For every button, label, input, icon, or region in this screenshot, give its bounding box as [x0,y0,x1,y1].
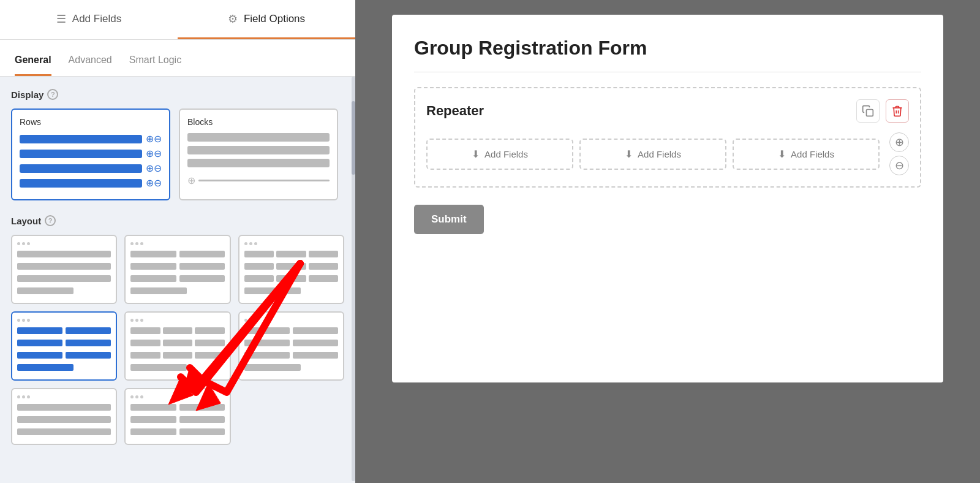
dot [17,242,20,245]
top-tabs: ☰ Add Fields ⚙ Field Options [0,0,355,40]
layout-help-icon[interactable]: ? [45,215,56,226]
rows-card-title: Rows [20,117,162,127]
submit-button[interactable]: Submit [414,205,484,234]
row-bar-fill-2 [20,150,142,158]
add-field-button-3[interactable]: ⬇ Add Fields [733,139,880,170]
row-controls: ⊕ ⊖ [889,132,909,175]
sub-tab-smart-logic[interactable]: Smart Logic [129,55,181,76]
sub-tabs: General Advanced Smart Logic [0,40,355,77]
copy-icon [862,105,874,117]
col [130,263,176,270]
layout-dots-5 [130,319,224,322]
col [293,327,338,334]
dot [249,242,252,245]
lc-row [17,251,111,257]
layout-card-8[interactable] [124,388,230,445]
block-row-1 [187,133,330,142]
col [130,327,160,334]
row-bar-fill-4 [20,179,142,188]
display-label: Display [11,89,43,100]
col-blue [66,352,111,359]
layout-card-4[interactable] [11,311,117,381]
lc-two-col [130,404,224,411]
form-title: Group Registration Form [414,37,921,59]
sub-tab-advanced[interactable]: Advanced [69,55,112,76]
col-blue [17,352,62,359]
lc-two-col [244,352,338,359]
col [163,340,192,346]
lc-row-short [17,287,74,294]
layout-dots-2 [130,242,224,245]
display-cards: Rows ⊕⊖ ⊕⊖ ⊕⊖ ⊕⊖ [11,108,344,200]
row-bar-fill-3 [20,164,142,173]
row-bar-actions-3: ⊕⊖ [146,162,162,174]
dot [140,319,143,322]
sub-tab-general[interactable]: General [15,55,51,76]
repeater-section: Repeater ⬇ Add Fields ⬇ Add Fi [414,87,921,188]
layout-card-5[interactable] [124,311,230,381]
dot [254,242,257,245]
svg-rect-3 [867,110,873,116]
repeater-copy-button[interactable] [856,99,880,123]
lc-three-col [244,275,338,282]
col-blue [17,327,62,334]
left-panel: ☰ Add Fields ⚙ Field Options General Adv… [0,0,355,483]
dot [22,319,25,322]
add-fields-label: Add Fields [72,13,121,25]
layout-card-7[interactable] [11,388,117,445]
scroll-thumb [352,101,355,175]
field-options-icon: ⚙ [228,12,238,26]
add-field-button-1[interactable]: ⬇ Add Fields [426,139,573,170]
dot [17,319,20,322]
row-bar-4: ⊕⊖ [20,177,162,189]
col [276,275,306,282]
col [244,352,290,359]
layout-label: Layout [11,216,41,226]
dot [249,319,252,322]
repeater-delete-button[interactable] [886,99,909,123]
tab-field-options[interactable]: ⚙ Field Options [178,0,355,39]
col [309,275,338,282]
dot [17,395,20,398]
lc-row [17,416,111,423]
lc-row [17,428,111,435]
right-panel: Group Registration Form Repeater ⬇ Ad [355,0,980,483]
lc-three-col [244,251,338,257]
display-card-blocks[interactable]: Blocks ⊕ [179,108,338,200]
col [179,428,225,435]
col [309,263,338,270]
scroll-indicator[interactable] [352,77,355,481]
lc-two-col [130,416,224,423]
layout-card-3[interactable] [238,235,344,304]
lc-two-col [17,327,111,334]
layout-card-2[interactable] [124,235,230,304]
dot [244,319,247,322]
dot [135,242,138,245]
dot [140,242,143,245]
lc-row [17,263,111,270]
display-help-icon[interactable]: ? [47,89,58,100]
col [276,251,306,257]
col [309,251,338,257]
blocks-grid: ⊕ [187,133,330,186]
col [179,251,225,257]
blocks-card-title: Blocks [187,117,330,127]
lc-two-col [17,340,111,346]
col [163,352,192,359]
dot [27,395,30,398]
repeater-label: Repeater [426,103,484,119]
add-field-button-2[interactable]: ⬇ Add Fields [579,139,726,170]
col [179,275,225,282]
row-remove-button[interactable]: ⊖ [889,156,909,175]
lc-row-short [244,287,301,294]
display-card-rows[interactable]: Rows ⊕⊖ ⊕⊖ ⊕⊖ ⊕⊖ [11,108,170,200]
layout-dots-3 [244,242,338,245]
col [130,340,160,346]
row-add-button[interactable]: ⊕ [889,132,909,152]
row-bar-2: ⊕⊖ [20,148,162,159]
tab-add-fields[interactable]: ☰ Add Fields [0,0,178,39]
col-blue [17,340,62,346]
col [293,352,338,359]
layout-card-6[interactable] [238,311,344,381]
layout-card-1[interactable] [11,235,117,304]
